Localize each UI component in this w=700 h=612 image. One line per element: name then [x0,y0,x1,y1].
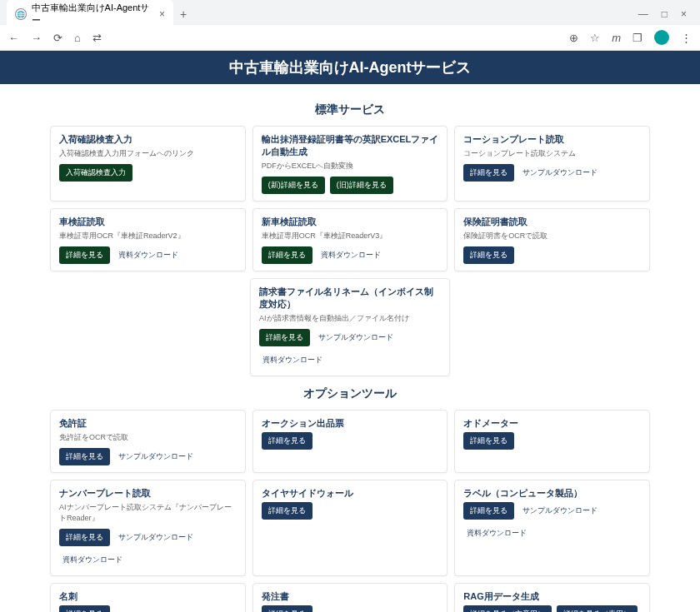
action-button[interactable]: サンプルダウンロード [115,448,197,465]
home-icon[interactable]: ⌂ [74,32,81,44]
card-actions: 詳細を見る [59,605,237,612]
card-actions: 詳細を見る [262,605,439,612]
action-button[interactable]: 詳細を見る [463,164,514,182]
action-button[interactable]: サンプルダウンロード [115,529,197,546]
service-card: 入荷確認検査入力入荷確認検査入力用フォームへのリンク入荷確認検査入力 [50,126,246,202]
m-icon[interactable]: m [612,32,621,44]
avatar[interactable] [654,30,669,45]
action-button[interactable]: 詳細を見る [59,529,110,546]
card-actions: 詳細を見るサンプルダウンロード資料ダウンロード [259,329,441,369]
close-button[interactable]: × [681,8,687,20]
service-card: オドメーター詳細を見る [454,410,650,473]
card-actions: 詳細を見るサンプルダウンロード [463,164,641,182]
card-title: 車検証読取 [59,216,237,228]
new-tab-button[interactable]: + [180,7,187,21]
service-card: タイヤサイドウォール詳細を見る [252,480,448,576]
section-title-standard: 標準サービス [50,102,650,117]
standard-grid: 入荷確認検査入力入荷確認検査入力用フォームへのリンク入荷確認検査入力輸出抹消登録… [50,126,650,271]
action-button[interactable]: 詳細を見る [262,502,312,520]
service-card: 発注書詳細を見る [252,583,448,612]
star-icon[interactable]: ☆ [590,32,600,44]
card-actions: 詳細を見る資料ダウンロード [262,246,439,264]
action-button[interactable]: 詳細を見る [262,246,312,264]
minimize-button[interactable]: — [638,8,648,20]
puzzle-icon[interactable]: ❐ [632,32,642,44]
service-card: ナンバープレート読取AIナンバープレート読取システム『ナンバープレートReade… [50,480,246,576]
action-button[interactable]: 詳細を見る（文章用） [463,605,552,612]
card-title: オドメーター [463,417,641,430]
tab-title: 中古車輸出業向けAI-Agentサー [32,2,154,27]
action-button[interactable]: 詳細を見る [59,246,110,264]
card-description: AIが請求書情報を自動抽出／ファイル名付け [259,313,441,324]
action-button[interactable]: サンプルダウンロード [519,502,601,520]
card-title: 名刺 [59,590,237,603]
action-button[interactable]: 詳細を見る [262,432,312,450]
action-button[interactable]: 詳細を見る [463,246,514,264]
card-title: 輸出抹消登録証明書等の英訳EXCELファイル自動生成 [262,133,439,158]
main-content: 標準サービス 入荷確認検査入力入荷確認検査入力用フォームへのリンク入荷確認検査入… [33,84,667,612]
action-button[interactable]: (新)詳細を見る [262,177,325,194]
forward-icon[interactable]: → [31,32,42,44]
maximize-button[interactable]: □ [662,8,668,20]
page-header: 中古車輸出業向けAI-Agentサービス [0,51,700,84]
browser-tab[interactable]: 🌐 中古車輸出業向けAI-Agentサー × [7,0,173,30]
card-title: 発注書 [262,590,439,603]
card-actions: 詳細を見る資料ダウンロード [59,246,237,264]
card-title: オークション出品票 [262,417,439,430]
reload-icon[interactable]: ⟳ [53,32,62,44]
close-icon[interactable]: × [159,8,165,20]
card-title: 免許証 [59,417,237,430]
service-card: 免許証免許証をOCRで読取詳細を見るサンプルダウンロード [50,410,246,473]
card-description: PDFからEXCELへ自動変換 [262,161,439,172]
action-button[interactable]: 詳細を見る [262,605,312,612]
card-actions: 詳細を見る [262,432,439,450]
action-button[interactable]: 詳細を見る [59,448,110,465]
service-card: 輸出抹消登録証明書等の英訳EXCELファイル自動生成PDFからEXCELへ自動変… [252,126,448,202]
card-title: ナンバープレート読取 [59,487,237,500]
action-button[interactable]: 詳細を見る [463,502,514,520]
menu-icon[interactable]: ⋮ [681,32,692,44]
card-title: タイヤサイドウォール [262,487,439,500]
card-actions: (新)詳細を見る(旧)詳細を見る [262,177,439,194]
card-actions: 詳細を見る（文章用）詳細を見る（表用） [463,605,641,612]
service-card: 車検証読取車検証専用OCR『車検証ReaderV2』詳細を見る資料ダウンロード [50,208,246,271]
action-button[interactable]: 資料ダウンロード [318,246,384,264]
action-button[interactable]: サンプルダウンロード [519,164,601,182]
action-button[interactable]: 詳細を見る [463,432,514,450]
action-button[interactable]: サンプルダウンロード [315,329,397,346]
action-button[interactable]: 資料ダウンロード [115,246,182,264]
service-card: ラベル（コンピュータ製品）詳細を見るサンプルダウンロード資料ダウンロード [454,480,650,576]
action-button[interactable]: 詳細を見る [59,605,110,612]
search-icon[interactable]: ⊕ [569,32,578,44]
action-button[interactable]: 入荷確認検査入力 [59,164,132,182]
action-button[interactable]: 資料ダウンロード [259,351,326,369]
action-button[interactable]: (旧)詳細を見る [330,177,393,194]
card-actions: 詳細を見るサンプルダウンロード資料ダウンロード [59,529,237,569]
back-icon[interactable]: ← [8,32,19,44]
card-actions: 詳細を見るサンプルダウンロード資料ダウンロード [463,502,641,542]
section-title-option: オプションツール [50,386,650,401]
card-description: コーションプレート読取システム [463,148,641,159]
globe-icon: 🌐 [15,8,27,20]
card-actions: 詳細を見る [463,246,641,264]
action-button[interactable]: 資料ダウンロード [59,551,126,569]
window-controls: — □ × [638,8,693,20]
action-button[interactable]: 資料ダウンロード [463,525,530,542]
card-title: コーションプレート読取 [463,133,641,146]
service-card: 保険証明書読取保険証明書をOCRで読取詳細を見る [454,208,650,271]
action-button[interactable]: 詳細を見る（表用） [557,605,638,612]
service-card: オークション出品票詳細を見る [252,410,448,473]
page-title: 中古車輸出業向けAI-Agentサービス [229,59,472,76]
card-description: 車検証専用OCR『車検証ReaderV3』 [262,231,439,241]
transfer-icon[interactable]: ⇄ [92,32,102,44]
service-card: RAG用データ生成詳細を見る（文章用）詳細を見る（表用） [454,583,650,612]
action-button[interactable]: 詳細を見る [259,329,310,346]
card-actions: 詳細を見る [463,432,641,450]
option-grid: 免許証免許証をOCRで読取詳細を見るサンプルダウンロードオークション出品票詳細を… [50,410,650,612]
service-card: 請求書ファイル名リネーム（インボイス制度対応）AIが請求書情報を自動抽出／ファイ… [250,278,450,376]
tab-bar: 🌐 中古車輸出業向けAI-Agentサー × + — □ × [0,0,700,25]
service-card: 名刺詳細を見る [50,583,246,612]
service-card: 新車検証読取車検証専用OCR『車検証ReaderV3』詳細を見る資料ダウンロード [252,208,448,271]
card-title: 保険証明書読取 [463,216,641,228]
card-title: 新車検証読取 [262,216,439,228]
